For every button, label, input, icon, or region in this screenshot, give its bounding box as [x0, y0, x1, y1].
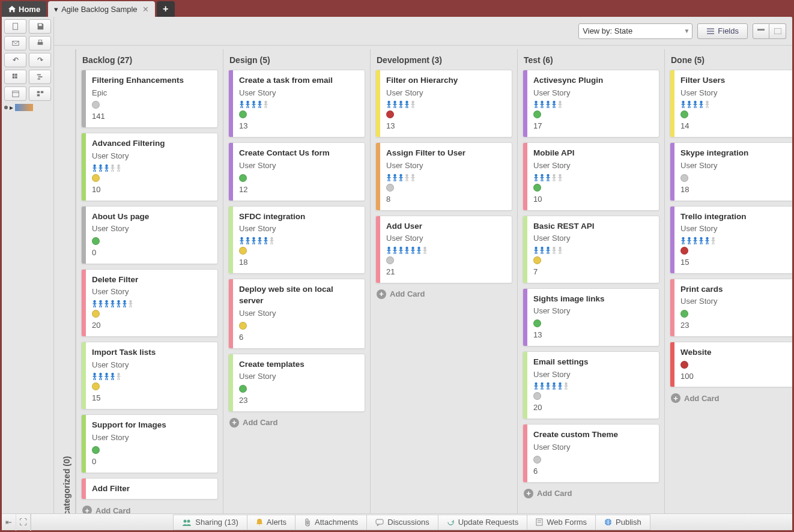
- card[interactable]: Create a task from email User Story13: [228, 70, 365, 138]
- attachments-button[interactable]: Attachments: [295, 515, 367, 530]
- tab-close-icon[interactable]: ✕: [142, 5, 149, 14]
- card-body: Print cards User Story23: [674, 279, 792, 336]
- svg-point-41: [117, 164, 120, 166]
- card[interactable]: Email settings User Story20: [523, 351, 659, 419]
- people-row: [92, 164, 211, 172]
- column-header[interactable]: Test (6): [523, 49, 659, 70]
- tab-dropdown-icon[interactable]: ▾: [54, 5, 58, 14]
- print-button[interactable]: [29, 36, 51, 50]
- card[interactable]: Basic REST API User Story7: [523, 216, 659, 283]
- compact-view-button[interactable]: [753, 23, 769, 39]
- svg-rect-280: [542, 180, 544, 181]
- add-card-button[interactable]: + Add Card: [228, 417, 365, 429]
- card-stripe: [82, 270, 86, 336]
- card-stripe: [82, 133, 86, 200]
- update-requests-button[interactable]: Update Requests: [438, 515, 527, 530]
- tab-home[interactable]: Home: [2, 1, 46, 17]
- card[interactable]: Filter Users User Story14: [670, 70, 792, 138]
- webforms-button[interactable]: Web Forms: [527, 515, 596, 530]
- viewby-select[interactable]: View by: State ▼: [578, 23, 692, 39]
- svg-rect-354: [682, 106, 683, 108]
- column-header[interactable]: Development (3): [375, 49, 512, 70]
- gantt-view-button[interactable]: [29, 70, 51, 84]
- column-header[interactable]: Done (5): [670, 49, 792, 70]
- card[interactable]: Filter on Hierarchy User Story13: [375, 70, 512, 138]
- card[interactable]: Print cards User Story23: [670, 279, 792, 337]
- card[interactable]: Deploy web site on local server User Sto…: [228, 279, 365, 349]
- add-card-button[interactable]: + Add Card: [375, 288, 512, 300]
- svg-rect-30: [101, 170, 102, 172]
- mail-button[interactable]: [4, 36, 26, 50]
- tab-active[interactable]: ▾ Agile Backlog Sample ✕: [48, 1, 154, 17]
- card[interactable]: Activesync Plugin User Story17: [523, 70, 659, 138]
- svg-rect-329: [541, 388, 542, 390]
- card[interactable]: Website 100: [670, 342, 792, 387]
- card[interactable]: Import Task lists User Story15: [81, 342, 218, 410]
- svg-rect-308: [547, 250, 550, 251]
- card-title: Advanced Filtering: [92, 138, 211, 150]
- svg-rect-255: [542, 106, 544, 108]
- collapse-button[interactable]: ⇤: [2, 514, 16, 531]
- discussions-button[interactable]: Discussions: [367, 515, 438, 530]
- bottom-left-tools: ⇤ ⛶: [2, 514, 31, 531]
- sharing-button[interactable]: Sharing (13): [173, 515, 247, 530]
- card[interactable]: Create custom Theme User Story6: [523, 424, 659, 482]
- card[interactable]: Create Contact Us form User Story12: [228, 142, 365, 201]
- svg-point-161: [387, 101, 390, 103]
- card[interactable]: Advanced Filtering User Story10: [81, 133, 218, 201]
- svg-rect-323: [535, 385, 538, 387]
- card[interactable]: Delete Filter User Story20: [81, 269, 218, 337]
- svg-rect-214: [388, 252, 389, 254]
- card[interactable]: About Us page User Story0: [81, 206, 218, 264]
- svg-rect-258: [547, 104, 550, 105]
- card[interactable]: Sights image links User Story13: [523, 288, 659, 346]
- svg-rect-259: [547, 106, 548, 108]
- board-scroll[interactable]: Uncategorized (0) Backlog (27) Filtering…: [54, 46, 792, 530]
- fields-button[interactable]: Fields: [697, 23, 748, 39]
- column-uncategorized[interactable]: Uncategorized (0): [58, 49, 76, 527]
- svg-rect-59: [106, 306, 107, 307]
- svg-point-326: [541, 382, 543, 385]
- publish-button[interactable]: Publish: [596, 515, 650, 530]
- expand-button[interactable]: ⛶: [16, 514, 31, 531]
- card[interactable]: Add Filter: [81, 478, 218, 500]
- full-view-button[interactable]: [769, 23, 786, 39]
- tab-add[interactable]: +: [157, 1, 175, 17]
- svg-rect-9: [38, 76, 42, 77]
- new-button[interactable]: [4, 19, 26, 34]
- add-card-button[interactable]: + Add Card: [670, 392, 792, 404]
- card-title: Assign Filter to User: [386, 147, 506, 159]
- save-button[interactable]: [29, 19, 51, 34]
- grid-view-button[interactable]: [4, 70, 26, 84]
- column-inner: Backlog (27) Filtering Enhancements Epic…: [76, 49, 223, 527]
- hierarchy-widget[interactable]: ▸: [4, 103, 51, 112]
- svg-rect-114: [247, 106, 248, 108]
- card-stripe: [82, 342, 86, 409]
- svg-rect-293: [559, 177, 562, 178]
- svg-point-181: [411, 101, 414, 103]
- card[interactable]: Filtering Enhancements Epic141: [81, 70, 218, 128]
- card[interactable]: Create templates User Story23: [228, 354, 365, 412]
- person-icon: [128, 300, 133, 307]
- person-icon: [122, 300, 127, 307]
- card[interactable]: SFDC integration User Story18: [228, 206, 365, 274]
- card[interactable]: Add User User Story21: [375, 216, 512, 283]
- card-view-button[interactable]: [29, 86, 51, 101]
- card[interactable]: Skype integration User Story18: [670, 142, 792, 201]
- card[interactable]: Mobile API User Story10: [523, 142, 659, 210]
- column-header[interactable]: Backlog (27): [81, 49, 218, 70]
- undo-button[interactable]: ↶: [4, 53, 26, 67]
- column: Done (5) Filter Users User Story14 Skype…: [664, 49, 792, 527]
- card-type: User Story: [680, 88, 792, 99]
- discussions-label: Discussions: [387, 518, 429, 527]
- svg-rect-274: [535, 180, 536, 181]
- add-card-button[interactable]: + Add Card: [523, 488, 659, 500]
- card[interactable]: Assign Filter to User User Story8: [375, 142, 512, 210]
- card[interactable]: Trello integration User Story15: [670, 206, 792, 274]
- column-header[interactable]: Design (5): [228, 49, 365, 70]
- calendar-view-button[interactable]: [4, 86, 26, 101]
- alerts-button[interactable]: Alerts: [247, 515, 295, 530]
- redo-button[interactable]: ↷: [29, 53, 51, 67]
- card[interactable]: Support for Images User Story0: [81, 414, 218, 473]
- svg-rect-309: [547, 252, 548, 254]
